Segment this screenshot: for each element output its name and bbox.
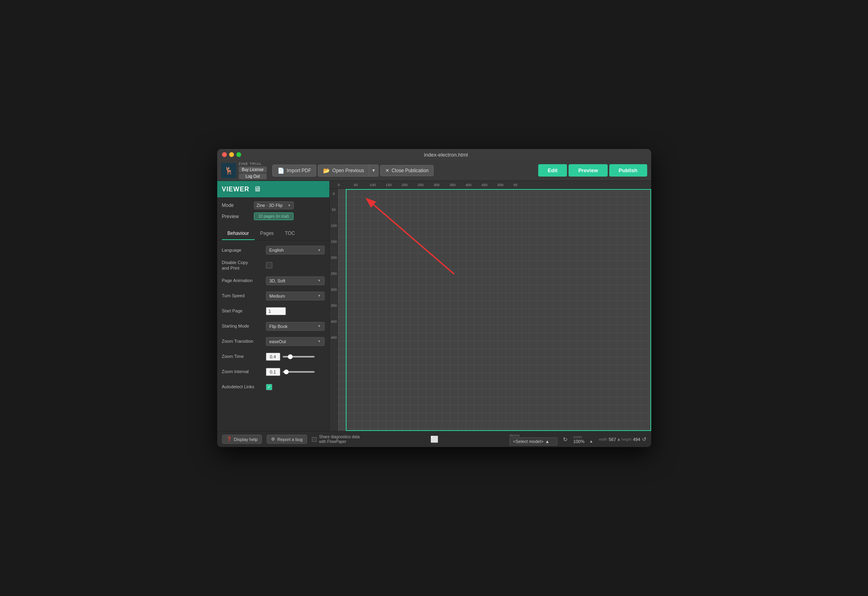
zoom-up-button[interactable]: ▲	[589, 439, 593, 443]
preview-button[interactable]: Preview	[569, 164, 607, 177]
height-value: 494	[633, 437, 640, 442]
zoom-time-control: 0.4	[266, 353, 325, 361]
tab-toc[interactable]: TOC	[279, 227, 301, 240]
import-pdf-button[interactable]: 📄 Import PDF	[272, 165, 316, 177]
open-previous-button[interactable]: 📂 Open Previous	[318, 165, 369, 177]
svg-text:200: 200	[402, 183, 408, 187]
close-publication-button[interactable]: ✕ Close Publication	[380, 165, 434, 176]
logo-area: 🦌 ZINE TRIAL Buy License Log Out	[221, 162, 267, 179]
tab-pages[interactable]: Pages	[255, 227, 279, 240]
display-help-button[interactable]: ❓ Display help	[222, 435, 262, 444]
device-select[interactable]: <Select model> ▲	[509, 437, 557, 445]
svg-text:300: 300	[434, 183, 440, 187]
start-page-control	[266, 307, 325, 315]
bug-icon: ⚙	[271, 437, 275, 442]
start-page-input[interactable]	[266, 307, 286, 315]
zoom-interval-label: Zoom Interval	[222, 369, 266, 374]
zoom-transition-control: easeOut ▼	[266, 337, 325, 346]
vertical-ruler: 0 50 100 150 200 250 300 350 400 450	[330, 189, 338, 431]
mode-row: Mode Zine · 3D Flip ▼	[222, 201, 325, 209]
autodetect-links-checkbox[interactable]: ✓	[266, 384, 272, 390]
titlebar: index-electron.html	[217, 149, 651, 160]
main-content: VIEWER 🖥 Mode Zine · 3D Flip ▼ Preview 1…	[217, 181, 651, 431]
logo-label: ZINE TRIAL	[239, 162, 267, 166]
zoom-control: 100% ▲	[573, 439, 593, 444]
canvas-grid[interactable]	[338, 189, 651, 431]
svg-text:55: 55	[513, 183, 517, 187]
language-dropdown[interactable]: English ▼	[266, 246, 325, 254]
turn-speed-dropdown[interactable]: Medium ▼	[266, 292, 325, 300]
disable-copy-field: Disable Copyand Print	[222, 260, 325, 271]
size-display: width 567 x height 494 ↺	[599, 436, 646, 442]
turn-speed-field: Turn Speed Medium ▼	[222, 290, 325, 302]
toolbar-right: Edit Preview Publish	[538, 164, 647, 177]
svg-text:0: 0	[338, 183, 340, 187]
publish-button[interactable]: Publish	[609, 164, 647, 177]
width-label: width	[599, 437, 607, 441]
diagnostics-checkbox[interactable]	[312, 437, 317, 442]
statusbar-mid: ⬜	[365, 435, 505, 443]
page-animation-control: 3D, Soft ▼	[266, 276, 325, 285]
zoom-transition-field: Zoom Transition easeOut ▼	[222, 336, 325, 347]
buy-license-button[interactable]: Buy License	[239, 167, 267, 173]
zoom-value: 100%	[573, 439, 588, 444]
tab-behaviour[interactable]: Behaviour	[222, 227, 255, 240]
viewer-header: VIEWER 🖥	[217, 181, 329, 197]
width-value: 567	[609, 437, 616, 442]
disable-copy-label: Disable Copyand Print	[222, 260, 266, 271]
page-animation-field: Page Animation 3D, Soft ▼	[222, 275, 325, 286]
app-window: index-electron.html 🦌 ZINE TRIAL Buy Lic…	[217, 149, 651, 447]
close-window-button[interactable]	[222, 152, 227, 157]
svg-text:250: 250	[418, 183, 424, 187]
language-field: Language English ▼	[222, 244, 325, 256]
zoom-transition-dropdown[interactable]: easeOut ▼	[266, 337, 325, 346]
diagnostics-checkbox-area: Share diagnostics datawith FlowPaper	[312, 435, 360, 444]
zoom-label: zoom	[573, 435, 582, 439]
rotate-icon[interactable]: ↻	[563, 436, 568, 443]
svg-text:400: 400	[331, 320, 337, 324]
statusbar-right: device <Select model> ▲ ↻ zoom 100% ▲ wi…	[509, 433, 646, 445]
minimize-window-button[interactable]	[229, 152, 234, 157]
logo-image: 🦌	[221, 163, 236, 178]
zoom-interval-slider[interactable]	[283, 371, 315, 373]
device-label: device	[509, 433, 520, 437]
zoom-time-field: Zoom Time 0.4	[222, 351, 325, 362]
maximize-window-button[interactable]	[236, 152, 241, 157]
logo-buttons: ZINE TRIAL Buy License Log Out	[239, 162, 267, 179]
starting-mode-dropdown[interactable]: Flip Book ▼	[266, 322, 325, 331]
open-previous-group: 📂 Open Previous ▼	[318, 165, 378, 177]
edit-button[interactable]: Edit	[538, 164, 567, 177]
page-animation-label: Page Animation	[222, 278, 266, 283]
svg-text:200: 200	[331, 256, 337, 260]
diagnostics-label: Share diagnostics datawith FlowPaper	[319, 435, 360, 444]
traffic-lights	[222, 152, 241, 157]
open-previous-dropdown-button[interactable]: ▼	[369, 165, 379, 177]
svg-text:400: 400	[466, 183, 472, 187]
turn-speed-control: Medium ▼	[266, 292, 325, 300]
sidebar: VIEWER 🖥 Mode Zine · 3D Flip ▼ Preview 1…	[217, 181, 330, 431]
svg-text:350: 350	[450, 183, 456, 187]
zoom-time-slider[interactable]	[283, 356, 315, 358]
height-label: height	[622, 437, 632, 441]
toolbar: 🦌 ZINE TRIAL Buy License Log Out 📄 Impor…	[217, 160, 651, 181]
svg-text:450: 450	[331, 336, 337, 340]
report-bug-button[interactable]: ⚙ Report a bug	[267, 435, 307, 444]
zoom-group: zoom 100% ▲	[573, 435, 593, 444]
screen-icon: ⬜	[430, 435, 438, 443]
zoom-transition-arrow-icon: ▼	[318, 340, 321, 343]
refresh-icon[interactable]: ↺	[642, 436, 646, 442]
mode-dropdown[interactable]: Zine · 3D Flip ▼	[254, 201, 294, 209]
log-out-button[interactable]: Log Out	[239, 173, 267, 179]
dimension-x: x	[618, 437, 620, 442]
preview-badge: 10 pages (in trial)	[254, 213, 293, 220]
viewer-settings: Mode Zine · 3D Flip ▼ Preview 10 pages (…	[217, 197, 329, 227]
page-animation-dropdown[interactable]: 3D, Soft ▼	[266, 276, 325, 285]
svg-text:250: 250	[331, 272, 337, 276]
deer-icon: 🦌	[224, 166, 233, 175]
open-icon: 📂	[323, 167, 330, 174]
device-arrow-icon: ▲	[545, 439, 549, 444]
ruler-canvas-area: 0 50 100 150 200 250 300 350 400 450	[330, 189, 651, 431]
language-label: Language	[222, 247, 266, 253]
disable-copy-checkbox[interactable]	[266, 262, 272, 268]
zoom-interval-field: Zoom Interval 0.1	[222, 366, 325, 377]
